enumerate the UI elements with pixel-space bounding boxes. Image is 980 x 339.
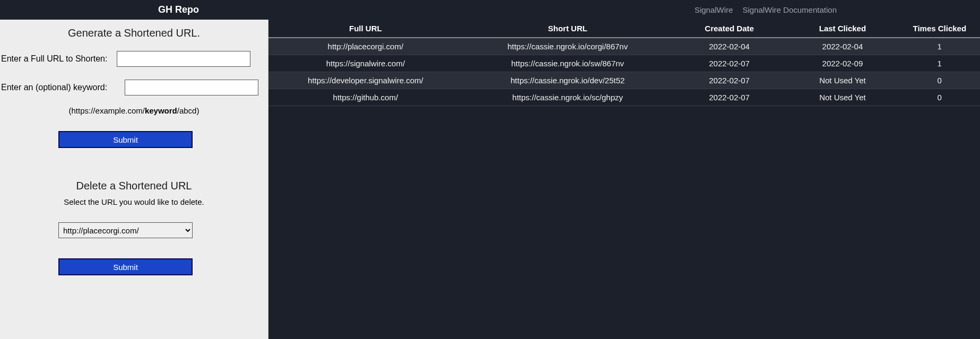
generate-submit-button[interactable]: Submit [58, 131, 193, 148]
cell-last: 2022-02-04 [786, 38, 899, 55]
cell-times: 0 [899, 89, 980, 106]
keyword-hint: (https://example.com/keyword/abcd) [0, 106, 268, 115]
cell-short: https://cassie.ngrok.io/corgi/867nv [463, 38, 673, 55]
cell-last: Not Used Yet [786, 72, 899, 89]
cell-created: 2022-02-04 [673, 38, 786, 55]
th-last-clicked: Last Clicked [786, 20, 899, 38]
delete-url-select[interactable]: http://placecorgi.com/https://signalwire… [58, 222, 193, 238]
full-url-input[interactable] [117, 51, 250, 67]
table-row: http://placecorgi.com/https://cassie.ngr… [268, 38, 980, 55]
cell-short: https://cassie.ngrok.io/sc/ghpzy [463, 89, 673, 106]
th-times-clicked: Times Clicked [899, 20, 980, 38]
cell-full: http://placecorgi.com/ [268, 38, 463, 55]
delete-submit-button[interactable]: Submit [58, 258, 193, 275]
main: Full URL Short URL Created Date Last Cli… [268, 20, 980, 339]
url-table: Full URL Short URL Created Date Last Cli… [268, 20, 980, 106]
nav-right: SignalWire SignalWire Documentation [695, 5, 969, 14]
cell-full: https://signalwire.com/ [268, 55, 463, 72]
sidebar: Generate a Shortened URL. Enter a Full U… [0, 20, 268, 339]
table-row: https://github.com/https://cassie.ngrok.… [268, 89, 980, 106]
cell-times: 1 [899, 38, 980, 55]
table-header-row: Full URL Short URL Created Date Last Cli… [268, 20, 980, 38]
cell-times: 0 [899, 72, 980, 89]
full-url-row: Enter a Full URL to Shorten: [0, 51, 268, 67]
table-body: http://placecorgi.com/https://cassie.ngr… [268, 38, 980, 106]
keyword-input[interactable] [125, 80, 258, 95]
cell-created: 2022-02-07 [673, 55, 786, 72]
generate-title: Generate a Shortened URL. [0, 27, 268, 39]
full-url-label: Enter a Full URL to Shorten: [1, 54, 107, 64]
keyword-row: Enter an (optional) keyword: [0, 80, 268, 95]
content: Generate a Shortened URL. Enter a Full U… [0, 20, 980, 339]
cell-created: 2022-02-07 [673, 89, 786, 106]
keyword-label: Enter an (optional) keyword: [1, 83, 107, 92]
delete-subtitle: Select the URL you would like to delete. [0, 197, 268, 206]
nav-link-signalwire[interactable]: SignalWire [695, 5, 733, 14]
nav-link-docs[interactable]: SignalWire Documentation [742, 5, 837, 14]
table-row: https://signalwire.com/https://cassie.ng… [268, 55, 980, 72]
th-short-url: Short URL [463, 20, 673, 38]
cell-short: https://cassie.ngrok.io/sw/867nv [463, 55, 673, 72]
delete-title: Delete a Shortened URL [0, 180, 268, 192]
cell-full: https://developer.signalwire.com/ [268, 72, 463, 89]
th-full-url: Full URL [268, 20, 463, 38]
cell-times: 1 [899, 55, 980, 72]
cell-created: 2022-02-07 [673, 72, 786, 89]
cell-last: Not Used Yet [786, 89, 899, 106]
cell-short: https://cassie.ngrok.io/dev/25t52 [463, 72, 673, 89]
nav-brand[interactable]: GH Repo [158, 4, 199, 15]
delete-section: Delete a Shortened URL Select the URL yo… [0, 180, 268, 275]
navbar: GH Repo SignalWire SignalWire Documentat… [0, 0, 980, 20]
cell-last: 2022-02-09 [786, 55, 899, 72]
generate-section: Generate a Shortened URL. Enter a Full U… [0, 27, 268, 148]
cell-full: https://github.com/ [268, 89, 463, 106]
th-created-date: Created Date [673, 20, 786, 38]
table-row: https://developer.signalwire.com/https:/… [268, 72, 980, 89]
